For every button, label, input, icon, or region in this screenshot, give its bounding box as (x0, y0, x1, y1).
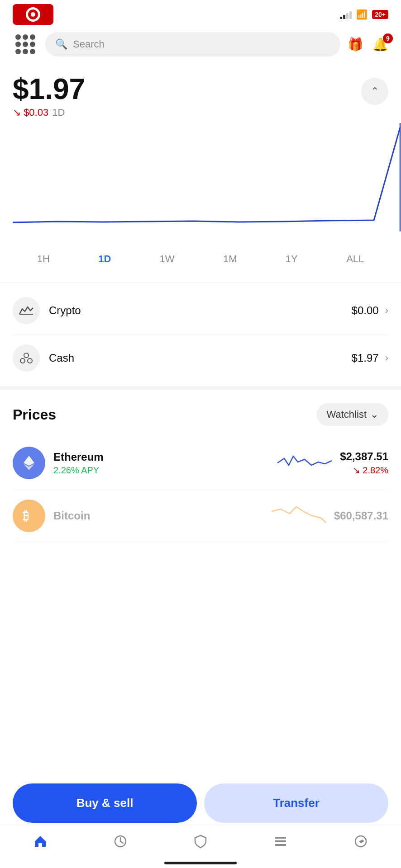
nav-discover[interactable] (344, 831, 377, 854)
prices-title: Prices (13, 406, 56, 423)
ethereum-info: Ethereum 2.26% APY (53, 451, 269, 476)
ethereum-name: Ethereum (53, 451, 269, 463)
nav-history[interactable] (104, 831, 137, 854)
ethereum-apy: 2.26% APY (53, 465, 269, 476)
wifi-icon: 📶 (356, 9, 368, 20)
status-right: 📶 20+ (340, 9, 388, 20)
balance-info: $1.97 ↘ $0.03 1D (13, 73, 85, 118)
balance-change-value: ↘ $0.03 (13, 107, 48, 118)
svg-point-3 (20, 359, 25, 363)
balance-change: ↘ $0.03 1D (13, 107, 85, 118)
time-filter-1y[interactable]: 1Y (279, 250, 304, 269)
time-filter-all[interactable]: ALL (340, 250, 370, 269)
portfolio-item-crypto[interactable]: Crypto $0.00 › (13, 287, 388, 335)
cash-name: Cash (49, 352, 352, 364)
crypto-value: $0.00 (352, 304, 379, 317)
shield-icon (193, 834, 208, 852)
crypto-chevron-icon: › (385, 305, 388, 316)
gift-button[interactable]: 🎁 (348, 37, 363, 52)
signal-icon (340, 10, 352, 19)
portfolio-section: Crypto $0.00 › Cash $1.97 › (0, 283, 401, 390)
watchlist-button[interactable]: Watchlist ⌄ (317, 403, 388, 426)
price-chart (13, 123, 401, 231)
bitcoin-price: $60,587.31 (334, 509, 388, 522)
cash-chevron-icon: › (385, 352, 388, 364)
prices-section: Prices Watchlist ⌄ Ethereum 2.26% APY $2… (0, 390, 401, 547)
nav-portfolio[interactable] (264, 831, 297, 854)
search-input[interactable]: Search (73, 38, 105, 50)
status-bar: 📶 20+ (0, 0, 401, 27)
balance-change-period: 1D (52, 107, 65, 118)
time-filter-1d[interactable]: 1D (92, 250, 117, 269)
clock-icon (113, 834, 128, 852)
ethereum-price-wrap: $2,387.51 ↘ 2.82% (340, 450, 388, 476)
ethereum-logo (13, 447, 45, 479)
nav-security[interactable] (184, 831, 217, 854)
compass-icon (353, 834, 368, 852)
coin-item-bitcoin[interactable]: ₿ Bitcoin $60,587.31 (13, 490, 388, 542)
nav-home[interactable] (24, 831, 57, 854)
notification-badge: 9 (383, 33, 393, 43)
battery-indicator: 20+ (372, 10, 388, 19)
crypto-name: Crypto (49, 304, 352, 317)
chart-area (0, 123, 401, 241)
transfer-button[interactable]: Transfer (204, 783, 388, 823)
bitcoin-name: Bitcoin (53, 509, 263, 522)
svg-marker-13 (359, 840, 364, 843)
svg-rect-9 (275, 837, 286, 839)
time-filter-1m[interactable]: 1M (217, 250, 243, 269)
ethereum-price: $2,387.51 (340, 450, 388, 463)
header-icons: 🎁 🔔 9 (348, 37, 388, 52)
svg-text:₿: ₿ (23, 509, 29, 523)
watchlist-label: Watchlist (327, 409, 367, 420)
collapse-button[interactable]: ⌃ (361, 78, 388, 105)
svg-marker-5 (24, 456, 34, 466)
target-circle-icon (26, 7, 40, 22)
bitcoin-sparkline (272, 502, 326, 529)
cash-icon (13, 344, 40, 372)
svg-point-2 (24, 353, 29, 358)
time-filter-1h[interactable]: 1H (31, 250, 56, 269)
svg-rect-11 (275, 844, 286, 846)
watchlist-chevron-icon: ⌄ (370, 409, 378, 420)
grid-menu-button[interactable] (13, 32, 38, 57)
cash-value: $1.97 (352, 352, 379, 364)
ethereum-sparkline (277, 449, 332, 476)
action-buttons: Buy & sell Transfer (0, 783, 401, 823)
balance-amount: $1.97 (13, 73, 85, 105)
status-left (13, 4, 53, 25)
bitcoin-info: Bitcoin (53, 509, 263, 522)
svg-rect-10 (275, 840, 286, 842)
home-icon (33, 834, 48, 852)
list-icon (273, 834, 288, 852)
search-bar[interactable]: 🔍 Search (45, 32, 340, 57)
target-inner-icon (31, 12, 35, 17)
buy-sell-button[interactable]: Buy & sell (13, 783, 197, 823)
svg-point-4 (28, 359, 32, 363)
bitcoin-price-wrap: $60,587.31 (334, 509, 388, 522)
header: 🔍 Search 🎁 🔔 9 (0, 27, 401, 64)
search-icon: 🔍 (55, 38, 67, 50)
time-filter-1w[interactable]: 1W (153, 250, 181, 269)
crypto-icon (13, 297, 40, 324)
prices-header: Prices Watchlist ⌄ (13, 403, 388, 426)
time-filters: 1H 1D 1W 1M 1Y ALL (0, 241, 401, 283)
notification-button[interactable]: 🔔 9 (372, 37, 388, 52)
balance-section: $1.97 ↘ $0.03 1D ⌃ (0, 64, 401, 123)
ethereum-change: ↘ 2.82% (340, 465, 388, 476)
target-logo (13, 4, 53, 25)
portfolio-item-cash[interactable]: Cash $1.97 › (13, 335, 388, 382)
coin-item-ethereum[interactable]: Ethereum 2.26% APY $2,387.51 ↘ 2.82% (13, 437, 388, 490)
bitcoin-logo: ₿ (13, 500, 45, 532)
home-indicator (164, 862, 237, 864)
